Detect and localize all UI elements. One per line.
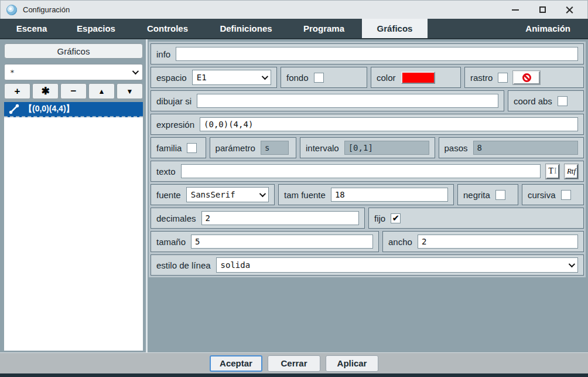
texto-group: texto TI Rtf [151, 161, 584, 182]
parametro-input [261, 141, 289, 155]
move-down-button[interactable]: ▼ [117, 83, 143, 99]
ancho-group: ancho [382, 231, 584, 252]
intervalo-input [344, 141, 429, 155]
graphics-list: 【(0,0)(4,4)】 [4, 102, 143, 351]
info-group: info [151, 43, 584, 64]
tab-animacion[interactable]: Animación [508, 19, 588, 38]
fijo-checkbox[interactable]: ✔ [391, 213, 401, 223]
rtf-text-button[interactable]: Rtf [565, 164, 578, 179]
pasos-group: pasos [439, 137, 584, 158]
footer-bar: Aceptar Cerrar Aplicar [0, 352, 588, 373]
ancho-input[interactable] [418, 235, 578, 249]
tamano-label: tamaño [156, 237, 186, 247]
tab-controles[interactable]: Controles [129, 19, 206, 38]
plain-text-button[interactable]: TI [546, 164, 559, 179]
intervalo-label: intervalo [306, 143, 339, 153]
fijo-group: fijo ✔ [368, 208, 584, 229]
rastro-label: rastro [470, 73, 493, 83]
cursiva-checkbox[interactable] [561, 190, 571, 200]
text-cursor-icon: I [554, 167, 557, 176]
espacio-select[interactable]: E1 [192, 70, 271, 85]
fuente-label: fuente [156, 190, 181, 200]
expresion-label: expresión [156, 120, 194, 130]
chevron-down-icon [132, 68, 139, 74]
cursiva-group: cursiva [522, 184, 584, 205]
texto-input[interactable] [181, 164, 541, 178]
fuente-select[interactable]: SansSerif [186, 187, 269, 202]
parametro-label: parámetro [216, 143, 255, 153]
decimales-label: decimales [156, 213, 196, 223]
fuente-group: fuente SansSerif [151, 184, 275, 205]
tab-bar: Escena Espacios Controles Definiciones P… [0, 19, 588, 38]
familia-label: familia [156, 143, 182, 153]
tab-escena[interactable]: Escena [0, 19, 63, 38]
tab-definiciones[interactable]: Definiciones [206, 19, 286, 38]
estilo-linea-label: estilo de línea [156, 260, 211, 270]
app-logo-icon [6, 5, 17, 15]
segment-icon [8, 103, 20, 115]
espacio-group: espacio E1 [151, 67, 277, 88]
dibujar-si-input[interactable] [197, 94, 498, 108]
minimize-button[interactable] [502, 1, 529, 19]
decimales-input[interactable] [201, 211, 359, 225]
fijo-label: fijo [374, 213, 385, 223]
clear-trace-button[interactable] [513, 71, 540, 84]
minimize-icon [512, 9, 519, 11]
move-up-button[interactable]: ▲ [88, 83, 115, 99]
chevron-down-icon [569, 261, 575, 267]
tam-fuente-input[interactable] [331, 188, 448, 202]
dibujar-si-label: dibujar si [156, 96, 192, 106]
negrita-checkbox[interactable] [495, 190, 505, 200]
chevron-down-icon [262, 73, 268, 80]
parametro-group: parámetro [210, 137, 296, 158]
window-bottom-edge [0, 373, 588, 377]
accept-button[interactable]: Aceptar [210, 355, 262, 372]
info-input[interactable] [176, 47, 578, 61]
tab-espacios[interactable]: Espacios [63, 19, 129, 38]
fondo-group: fondo [281, 67, 367, 88]
estilo-linea-group: estilo de línea solida [151, 254, 584, 276]
graphics-filter-select[interactable]: * [4, 64, 143, 80]
apply-button[interactable]: Aplicar [326, 355, 378, 372]
graphics-list-panel: Gráficos * + ✱ − ▲ ▼ 【(0,0)( [0, 39, 148, 352]
tamano-input[interactable] [191, 235, 373, 249]
ancho-label: ancho [388, 237, 412, 247]
remove-graphic-button[interactable]: − [60, 83, 87, 99]
fuente-value: SansSerif [191, 190, 235, 199]
rastro-group: rastro [464, 67, 584, 88]
tam-fuente-label: tam fuente [284, 190, 326, 200]
estilo-linea-select[interactable]: solida [216, 257, 578, 273]
dibujar-si-group: dibujar si [151, 90, 504, 111]
maximize-button[interactable] [529, 1, 556, 19]
familia-checkbox[interactable] [187, 143, 197, 153]
rastro-checkbox[interactable] [498, 73, 508, 83]
espacio-label: espacio [156, 73, 187, 83]
maximize-icon [539, 6, 546, 13]
graphics-panel-header: Gráficos [4, 43, 143, 59]
close-button[interactable] [556, 1, 583, 19]
tab-programa[interactable]: Programa [286, 19, 362, 38]
configuration-window: Configuración Escena Espacios Controles … [0, 0, 588, 377]
coord-abs-group: coord abs [508, 90, 584, 111]
duplicate-graphic-button[interactable]: ✱ [32, 83, 59, 99]
tab-graficos[interactable]: Gráficos [362, 19, 428, 38]
title-bar: Configuración [0, 0, 588, 19]
plain-text-glyph: T [548, 167, 553, 176]
cursiva-label: cursiva [528, 190, 556, 200]
close-icon [566, 6, 573, 13]
pasos-input [473, 141, 578, 155]
color-group: color [371, 67, 461, 88]
coord-abs-label: coord abs [514, 96, 552, 106]
expresion-group: expresión [151, 114, 584, 135]
list-item-label: 【(0,0)(4,4)】 [24, 104, 74, 114]
espacio-value: E1 [197, 73, 207, 82]
color-swatch[interactable] [401, 72, 435, 84]
close-dialog-button[interactable]: Cerrar [268, 355, 320, 372]
pasos-label: pasos [445, 143, 468, 153]
negrita-label: negrita [463, 190, 490, 200]
expresion-input[interactable] [200, 117, 578, 131]
list-item-segment[interactable]: 【(0,0)(4,4)】 [4, 102, 143, 117]
add-graphic-button[interactable]: + [4, 83, 30, 99]
fondo-checkbox[interactable] [314, 73, 324, 83]
coord-abs-checkbox[interactable] [558, 96, 568, 106]
